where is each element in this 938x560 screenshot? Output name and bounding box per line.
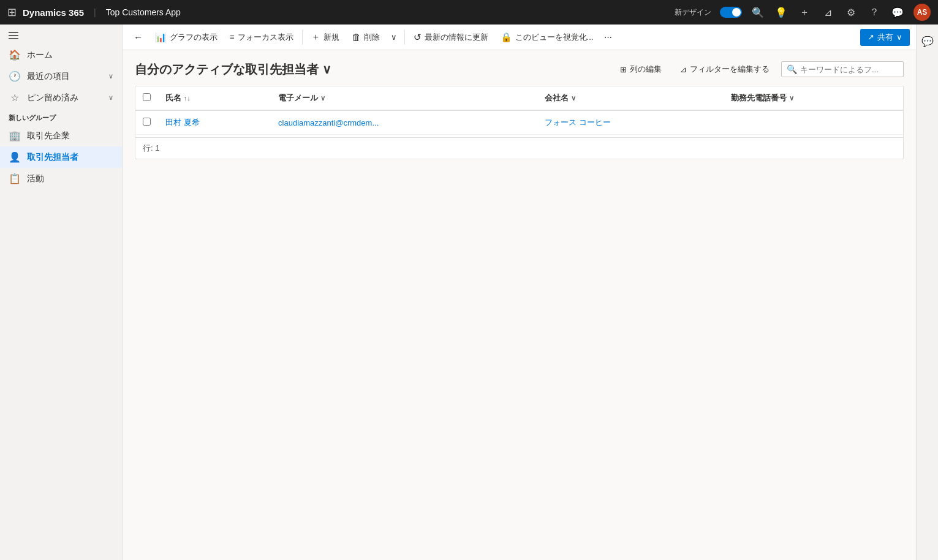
- notification-icon[interactable]: 💡: [774, 5, 789, 20]
- share-button[interactable]: ↗ 共有 ∨: [860, 29, 910, 46]
- view-title-text: 自分のアクティブな取引先担当者: [135, 61, 319, 78]
- row-checkbox-cell: [135, 110, 158, 135]
- edit-columns-button[interactable]: ⊞ 列の編集: [613, 60, 668, 78]
- panel-icon[interactable]: 💬: [921, 36, 934, 47]
- activities-icon: 📋: [9, 173, 21, 184]
- main-content: ← 📊 グラフの表示 ≡ フォーカス表示 ＋ 新規 🗑 削除 ∨: [123, 25, 916, 560]
- table-body: 田村 夏希 claudiamazzanti@crmdem... フォース コーヒ…: [135, 110, 903, 135]
- back-button[interactable]: ←: [129, 29, 148, 45]
- sidebar-item-contacts[interactable]: 👤 取引先担当者: [0, 146, 122, 168]
- new-label: 新規: [323, 32, 339, 43]
- column-name-label: 氏名: [165, 93, 181, 102]
- graph-label: グラフの表示: [170, 32, 217, 43]
- search-nav-icon[interactable]: 🔍: [751, 5, 765, 20]
- graph-icon: 📊: [155, 32, 167, 43]
- view-header: 自分のアクティブな取引先担当者 ∨ ⊞ 列の編集 ⊿ フィルターを編集する 🔍: [135, 60, 904, 78]
- contact-name-link[interactable]: 田村 夏希: [165, 118, 200, 127]
- column-name-sort-icon: ↑↓: [184, 94, 191, 102]
- visualize-label: このビューを視覚化...: [515, 32, 594, 43]
- app-name: Dynamics 365: [23, 7, 84, 18]
- right-panel: 💬: [916, 25, 938, 560]
- recent-chevron-icon: ∨: [108, 72, 113, 80]
- row-name-cell: 田村 夏希: [158, 110, 271, 135]
- sidebar-item-activities[interactable]: 📋 活動: [0, 168, 122, 189]
- visualize-button[interactable]: 🔒 このビューを視覚化...: [496, 29, 599, 46]
- column-header-email[interactable]: 電子メール ∨: [271, 86, 537, 110]
- nav-divider: |: [94, 7, 96, 17]
- column-phone-label: 勤務先電話番号: [731, 93, 787, 102]
- refresh-icon: ↺: [414, 32, 422, 43]
- brand-area: ⊞ Dynamics 365 | Top Customers App: [7, 6, 181, 19]
- new-design-label: 新デザイン: [675, 7, 711, 18]
- column-email-sort-icon: ∨: [320, 94, 325, 102]
- add-nav-icon[interactable]: ＋: [797, 5, 812, 20]
- sidebar-accounts-label: 取引先企業: [27, 131, 70, 142]
- settings-icon[interactable]: ⚙: [844, 5, 858, 20]
- share-label: 共有: [877, 32, 893, 43]
- contact-email-link[interactable]: claudiamazzanti@crmdem...: [278, 118, 379, 127]
- top-navigation: ⊞ Dynamics 365 | Top Customers App 新デザイン…: [0, 0, 938, 25]
- help-icon[interactable]: ？: [867, 5, 882, 20]
- sidebar: 🏠 ホーム 🕐 最近の項目 ∨ ☆ ピン留め済み ∨ 新しいグループ 🏢 取引先…: [0, 25, 123, 560]
- new-design-toggle[interactable]: [720, 7, 742, 18]
- pinned-chevron-icon: ∨: [108, 94, 113, 102]
- search-box: 🔍: [781, 61, 904, 77]
- refresh-button[interactable]: ↺ 最新の情報に更新: [409, 29, 493, 46]
- toolbar-more-button[interactable]: ⋯: [600, 29, 616, 45]
- select-all-checkbox[interactable]: [143, 93, 151, 101]
- edit-columns-label: 列の編集: [630, 64, 662, 75]
- table-container: 氏名 ↑↓ 電子メール ∨ 会社名 ∨: [135, 86, 904, 159]
- avatar[interactable]: AS: [913, 4, 931, 21]
- share-dropdown-icon: ∨: [896, 32, 902, 42]
- graph-view-button[interactable]: 📊 グラフの表示: [150, 29, 222, 46]
- header-checkbox-cell: [135, 86, 158, 110]
- home-icon: 🏠: [9, 49, 21, 61]
- sidebar-item-pinned[interactable]: ☆ ピン留め済み ∨: [0, 87, 122, 108]
- table-header-row: 氏名 ↑↓ 電子メール ∨ 会社名 ∨: [135, 86, 903, 110]
- new-button[interactable]: ＋ 新規: [306, 28, 344, 46]
- top-nav-icons: 新デザイン 🔍 💡 ＋ ⊿ ⚙ ？ 💬 AS: [675, 4, 931, 21]
- delete-label: 削除: [364, 32, 380, 43]
- contacts-table: 氏名 ↑↓ 電子メール ∨ 会社名 ∨: [135, 86, 903, 135]
- comment-icon[interactable]: 💬: [890, 5, 905, 20]
- sidebar-activities-label: 活動: [27, 173, 44, 184]
- column-company-sort-icon: ∨: [571, 94, 576, 102]
- search-input[interactable]: [800, 65, 898, 74]
- waffle-icon[interactable]: ⊞: [7, 6, 17, 19]
- search-icon: 🔍: [787, 64, 797, 74]
- contact-company-link[interactable]: フォース コーヒー: [545, 118, 611, 127]
- table-header: 氏名 ↑↓ 電子メール ∨ 会社名 ∨: [135, 86, 903, 110]
- edit-filter-label: フィルターを編集する: [690, 64, 770, 75]
- row-count: 行: 1: [135, 137, 903, 159]
- column-company-label: 会社名: [545, 93, 569, 102]
- contacts-icon: 👤: [9, 151, 21, 163]
- sidebar-contacts-label: 取引先担当者: [27, 152, 78, 163]
- row-email-cell: claudiamazzanti@crmdem...: [271, 110, 537, 135]
- focus-label: フォーカス表示: [238, 32, 293, 43]
- column-header-name[interactable]: 氏名 ↑↓: [158, 86, 271, 110]
- filter-nav-icon[interactable]: ⊿: [820, 5, 835, 20]
- focus-view-button[interactable]: ≡ フォーカス表示: [225, 29, 298, 46]
- more-dropdown-button[interactable]: ∨: [387, 29, 401, 45]
- column-header-phone[interactable]: 勤務先電話番号 ∨: [724, 86, 903, 110]
- more-dropdown-icon: ∨: [391, 32, 397, 42]
- edit-filter-button[interactable]: ⊿ フィルターを編集する: [673, 60, 776, 78]
- delete-button[interactable]: 🗑 削除: [347, 29, 385, 46]
- toolbar-divider-2: [404, 30, 405, 45]
- sidebar-hamburger[interactable]: [0, 27, 122, 44]
- accounts-icon: 🏢: [9, 130, 21, 142]
- sidebar-item-recent[interactable]: 🕐 最近の項目 ∨: [0, 66, 122, 87]
- toolbar-divider-1: [302, 30, 303, 45]
- sidebar-item-accounts[interactable]: 🏢 取引先企業: [0, 125, 122, 146]
- sidebar-recent-label: 最近の項目: [27, 71, 70, 82]
- sidebar-home-label: ホーム: [27, 50, 53, 61]
- recent-icon: 🕐: [9, 70, 21, 82]
- visualize-icon: 🔒: [501, 32, 512, 43]
- product-name: Top Customers App: [106, 7, 181, 17]
- refresh-label: 最新の情報に更新: [425, 32, 488, 43]
- row-checkbox[interactable]: [143, 118, 151, 126]
- column-header-company[interactable]: 会社名 ∨: [537, 86, 724, 110]
- sidebar-item-home[interactable]: 🏠 ホーム: [0, 44, 122, 66]
- view-title-dropdown-icon[interactable]: ∨: [322, 62, 331, 77]
- table-row: 田村 夏希 claudiamazzanti@crmdem... フォース コーヒ…: [135, 110, 903, 135]
